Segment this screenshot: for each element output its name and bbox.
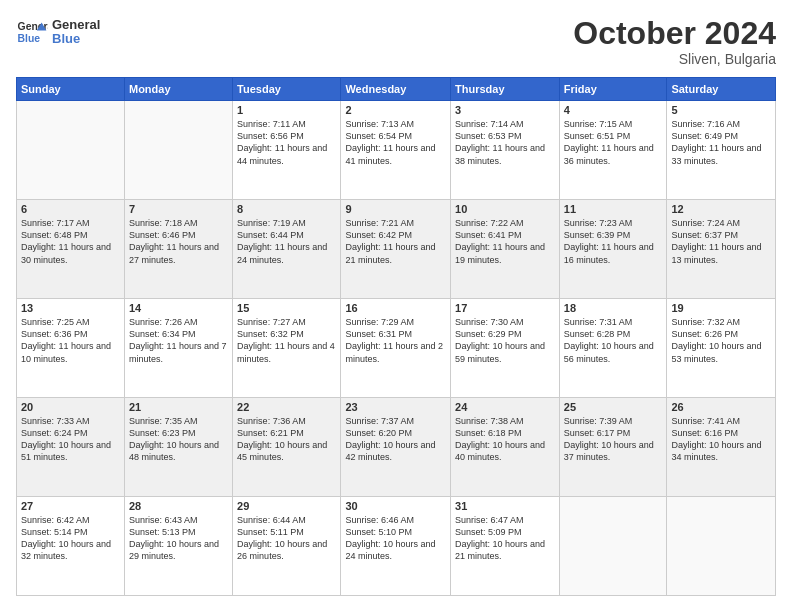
table-row: 11Sunrise: 7:23 AM Sunset: 6:39 PM Dayli… [559, 200, 667, 299]
day-number: 8 [237, 203, 336, 215]
day-number: 4 [564, 104, 663, 116]
table-row [559, 497, 667, 596]
table-row [667, 497, 776, 596]
day-info: Sunrise: 6:47 AM Sunset: 5:09 PM Dayligh… [455, 514, 555, 563]
col-monday: Monday [124, 78, 232, 101]
day-number: 30 [345, 500, 446, 512]
location: Sliven, Bulgaria [573, 51, 776, 67]
day-number: 7 [129, 203, 228, 215]
table-row: 25Sunrise: 7:39 AM Sunset: 6:17 PM Dayli… [559, 398, 667, 497]
table-row: 20Sunrise: 7:33 AM Sunset: 6:24 PM Dayli… [17, 398, 125, 497]
day-number: 19 [671, 302, 771, 314]
day-number: 2 [345, 104, 446, 116]
logo-icon: General Blue [16, 16, 48, 48]
table-row: 19Sunrise: 7:32 AM Sunset: 6:26 PM Dayli… [667, 299, 776, 398]
logo: General Blue General Blue [16, 16, 100, 48]
day-number: 14 [129, 302, 228, 314]
day-info: Sunrise: 7:23 AM Sunset: 6:39 PM Dayligh… [564, 217, 663, 266]
logo-text-blue: Blue [52, 32, 100, 46]
day-info: Sunrise: 7:13 AM Sunset: 6:54 PM Dayligh… [345, 118, 446, 167]
day-number: 6 [21, 203, 120, 215]
table-row: 3Sunrise: 7:14 AM Sunset: 6:53 PM Daylig… [451, 101, 560, 200]
table-row: 12Sunrise: 7:24 AM Sunset: 6:37 PM Dayli… [667, 200, 776, 299]
table-row: 6Sunrise: 7:17 AM Sunset: 6:48 PM Daylig… [17, 200, 125, 299]
day-info: Sunrise: 7:35 AM Sunset: 6:23 PM Dayligh… [129, 415, 228, 464]
day-info: Sunrise: 7:36 AM Sunset: 6:21 PM Dayligh… [237, 415, 336, 464]
calendar: Sunday Monday Tuesday Wednesday Thursday… [16, 77, 776, 596]
day-number: 13 [21, 302, 120, 314]
table-row: 9Sunrise: 7:21 AM Sunset: 6:42 PM Daylig… [341, 200, 451, 299]
day-info: Sunrise: 7:21 AM Sunset: 6:42 PM Dayligh… [345, 217, 446, 266]
calendar-week-row: 6Sunrise: 7:17 AM Sunset: 6:48 PM Daylig… [17, 200, 776, 299]
day-number: 3 [455, 104, 555, 116]
title-block: October 2024 Sliven, Bulgaria [573, 16, 776, 67]
table-row: 2Sunrise: 7:13 AM Sunset: 6:54 PM Daylig… [341, 101, 451, 200]
day-number: 17 [455, 302, 555, 314]
table-row: 15Sunrise: 7:27 AM Sunset: 6:32 PM Dayli… [233, 299, 341, 398]
table-row: 17Sunrise: 7:30 AM Sunset: 6:29 PM Dayli… [451, 299, 560, 398]
table-row: 27Sunrise: 6:42 AM Sunset: 5:14 PM Dayli… [17, 497, 125, 596]
table-row: 21Sunrise: 7:35 AM Sunset: 6:23 PM Dayli… [124, 398, 232, 497]
table-row: 24Sunrise: 7:38 AM Sunset: 6:18 PM Dayli… [451, 398, 560, 497]
table-row: 13Sunrise: 7:25 AM Sunset: 6:36 PM Dayli… [17, 299, 125, 398]
page: General Blue General Blue October 2024 S… [0, 0, 792, 612]
calendar-week-row: 20Sunrise: 7:33 AM Sunset: 6:24 PM Dayli… [17, 398, 776, 497]
day-number: 28 [129, 500, 228, 512]
day-info: Sunrise: 7:32 AM Sunset: 6:26 PM Dayligh… [671, 316, 771, 365]
day-info: Sunrise: 7:22 AM Sunset: 6:41 PM Dayligh… [455, 217, 555, 266]
day-number: 26 [671, 401, 771, 413]
table-row: 29Sunrise: 6:44 AM Sunset: 5:11 PM Dayli… [233, 497, 341, 596]
day-number: 22 [237, 401, 336, 413]
day-info: Sunrise: 6:43 AM Sunset: 5:13 PM Dayligh… [129, 514, 228, 563]
col-thursday: Thursday [451, 78, 560, 101]
table-row [17, 101, 125, 200]
day-number: 16 [345, 302, 446, 314]
table-row: 10Sunrise: 7:22 AM Sunset: 6:41 PM Dayli… [451, 200, 560, 299]
day-number: 1 [237, 104, 336, 116]
day-info: Sunrise: 6:46 AM Sunset: 5:10 PM Dayligh… [345, 514, 446, 563]
day-info: Sunrise: 7:14 AM Sunset: 6:53 PM Dayligh… [455, 118, 555, 167]
day-info: Sunrise: 7:41 AM Sunset: 6:16 PM Dayligh… [671, 415, 771, 464]
day-info: Sunrise: 7:24 AM Sunset: 6:37 PM Dayligh… [671, 217, 771, 266]
day-number: 31 [455, 500, 555, 512]
calendar-week-row: 1Sunrise: 7:11 AM Sunset: 6:56 PM Daylig… [17, 101, 776, 200]
table-row: 8Sunrise: 7:19 AM Sunset: 6:44 PM Daylig… [233, 200, 341, 299]
table-row: 23Sunrise: 7:37 AM Sunset: 6:20 PM Dayli… [341, 398, 451, 497]
day-number: 10 [455, 203, 555, 215]
col-sunday: Sunday [17, 78, 125, 101]
day-info: Sunrise: 7:17 AM Sunset: 6:48 PM Dayligh… [21, 217, 120, 266]
day-number: 18 [564, 302, 663, 314]
day-info: Sunrise: 7:27 AM Sunset: 6:32 PM Dayligh… [237, 316, 336, 365]
day-number: 25 [564, 401, 663, 413]
table-row: 5Sunrise: 7:16 AM Sunset: 6:49 PM Daylig… [667, 101, 776, 200]
day-number: 23 [345, 401, 446, 413]
month-title: October 2024 [573, 16, 776, 51]
svg-text:Blue: Blue [18, 33, 41, 44]
header-row: Sunday Monday Tuesday Wednesday Thursday… [17, 78, 776, 101]
calendar-week-row: 27Sunrise: 6:42 AM Sunset: 5:14 PM Dayli… [17, 497, 776, 596]
day-number: 12 [671, 203, 771, 215]
day-info: Sunrise: 7:15 AM Sunset: 6:51 PM Dayligh… [564, 118, 663, 167]
table-row: 4Sunrise: 7:15 AM Sunset: 6:51 PM Daylig… [559, 101, 667, 200]
day-info: Sunrise: 7:19 AM Sunset: 6:44 PM Dayligh… [237, 217, 336, 266]
day-info: Sunrise: 7:26 AM Sunset: 6:34 PM Dayligh… [129, 316, 228, 365]
day-info: Sunrise: 7:39 AM Sunset: 6:17 PM Dayligh… [564, 415, 663, 464]
day-number: 27 [21, 500, 120, 512]
day-info: Sunrise: 7:16 AM Sunset: 6:49 PM Dayligh… [671, 118, 771, 167]
table-row: 22Sunrise: 7:36 AM Sunset: 6:21 PM Dayli… [233, 398, 341, 497]
day-number: 11 [564, 203, 663, 215]
day-info: Sunrise: 7:30 AM Sunset: 6:29 PM Dayligh… [455, 316, 555, 365]
table-row: 30Sunrise: 6:46 AM Sunset: 5:10 PM Dayli… [341, 497, 451, 596]
day-info: Sunrise: 6:44 AM Sunset: 5:11 PM Dayligh… [237, 514, 336, 563]
day-number: 24 [455, 401, 555, 413]
table-row: 16Sunrise: 7:29 AM Sunset: 6:31 PM Dayli… [341, 299, 451, 398]
table-row [124, 101, 232, 200]
col-tuesday: Tuesday [233, 78, 341, 101]
day-info: Sunrise: 7:33 AM Sunset: 6:24 PM Dayligh… [21, 415, 120, 464]
col-friday: Friday [559, 78, 667, 101]
day-info: Sunrise: 7:31 AM Sunset: 6:28 PM Dayligh… [564, 316, 663, 365]
header: General Blue General Blue October 2024 S… [16, 16, 776, 67]
table-row: 14Sunrise: 7:26 AM Sunset: 6:34 PM Dayli… [124, 299, 232, 398]
table-row: 1Sunrise: 7:11 AM Sunset: 6:56 PM Daylig… [233, 101, 341, 200]
col-saturday: Saturday [667, 78, 776, 101]
